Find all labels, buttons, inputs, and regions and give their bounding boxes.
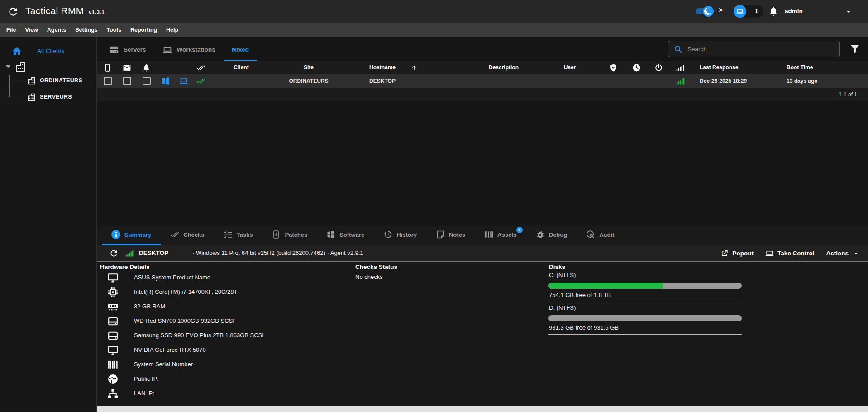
checks-status-column-icon[interactable] xyxy=(196,63,205,72)
filter-icon[interactable] xyxy=(849,43,860,54)
menu-help[interactable]: Help xyxy=(162,23,183,37)
agent-refresh-icon[interactable] xyxy=(109,249,119,258)
search-input[interactable] xyxy=(687,42,837,56)
tab-software[interactable]: Software xyxy=(317,225,374,245)
tab-label: Servers xyxy=(124,46,146,53)
menu-settings[interactable]: Settings xyxy=(71,23,102,37)
refresh-icon[interactable] xyxy=(7,6,19,18)
disk-icon xyxy=(107,330,119,341)
cell-site: ORDINATEURS xyxy=(281,74,336,88)
app-version: v1.3.1 xyxy=(89,10,105,15)
tab-workstations[interactable]: Workstations xyxy=(154,39,224,61)
menu-tools[interactable]: Tools xyxy=(102,23,126,37)
pagination-label: 1-1 of 1 xyxy=(839,91,857,98)
devices-icon-circle xyxy=(734,5,746,18)
hardware-value: Intel(R) Core(TM) i7-14700KF, 20C/28T xyxy=(134,288,237,295)
notifications-bell-icon[interactable] xyxy=(768,6,779,17)
ram-icon xyxy=(107,301,119,312)
take-control-button[interactable]: Take Control xyxy=(765,249,815,258)
menu-reporting[interactable]: Reporting xyxy=(126,23,162,37)
user-menu[interactable]: admin xyxy=(785,8,803,14)
menu-file[interactable]: File xyxy=(2,23,21,37)
user-menu-caret-icon[interactable] xyxy=(844,8,853,16)
column-header-boot-time[interactable]: Boot Time xyxy=(787,61,813,74)
hardware-value: Samsung SSD 990 EVO Plus 2TB 1,863GB SCS… xyxy=(134,332,264,339)
column-header-user[interactable]: User xyxy=(543,61,597,74)
cell-boot-time: 13 days ago xyxy=(787,74,818,88)
sort-ascending-icon[interactable] xyxy=(411,64,418,71)
agent-detail-panel: Summary Checks Tasks Patches Software Hi… xyxy=(97,225,868,412)
column-header-client[interactable]: Client xyxy=(214,61,268,74)
terminal-icon[interactable]: >_ xyxy=(719,7,728,14)
tab-notes[interactable]: Notes xyxy=(426,225,475,245)
actions-dropdown-button[interactable]: Actions xyxy=(826,249,860,257)
hardware-row: NVIDIA GeForce RTX 5070 xyxy=(100,343,344,357)
checks-passing-icon xyxy=(196,77,205,86)
menu-agents[interactable]: Agents xyxy=(43,23,71,37)
horizontal-scrollbar[interactable] xyxy=(97,406,868,412)
assets-badge: 1 xyxy=(516,227,523,233)
column-header-hostname[interactable]: Hostname xyxy=(355,61,410,74)
sms-alert-column-icon[interactable] xyxy=(103,63,112,72)
search-icon xyxy=(674,45,682,53)
dark-mode-toggle[interactable] xyxy=(696,8,712,14)
take-control-laptop-icon xyxy=(765,249,774,258)
hardware-row: System Serial Number xyxy=(100,357,344,372)
connected-devices-button[interactable]: 1 xyxy=(734,5,763,18)
tab-servers[interactable]: Servers xyxy=(101,39,154,61)
disk-name: C: (NTFS) xyxy=(549,272,576,278)
agent-table-row[interactable]: ORDINATEURS DESKTOP Dec-26-2025 18:29 13… xyxy=(97,74,868,88)
agent-table-header: Client Site Hostname Description User La… xyxy=(97,61,868,74)
tab-patches[interactable]: Patches xyxy=(262,225,317,245)
button-label: Take Control xyxy=(777,250,815,257)
disk-free-label: 754.1 GB free of 1.8 TB xyxy=(549,292,611,298)
agent-online-signal-icon xyxy=(676,77,685,86)
tab-summary[interactable]: Summary xyxy=(102,225,161,245)
patches-column-icon[interactable] xyxy=(609,63,618,72)
pending-action-column-icon[interactable] xyxy=(632,63,641,72)
agent-online-signal-icon xyxy=(125,249,134,258)
column-header-last-response[interactable]: Last Response xyxy=(700,61,738,74)
agent-status-column-icon[interactable] xyxy=(676,63,685,72)
workstation-agent-icon xyxy=(179,77,188,86)
device-count: 1 xyxy=(755,8,758,14)
dark-mode-toggle-thumb xyxy=(703,6,714,17)
dashboard-alert-checkbox[interactable] xyxy=(143,77,151,85)
main-area: Servers Workstations Mixed Client Site H… xyxy=(97,37,868,412)
tab-debug[interactable]: Debug xyxy=(526,225,577,245)
search-box xyxy=(668,41,840,57)
menu-view[interactable]: View xyxy=(21,23,43,37)
sidebar-site-ordinateurs[interactable]: ORDINATEURS xyxy=(0,73,97,88)
disk-usage-fill xyxy=(548,283,663,289)
tab-checks[interactable]: Checks xyxy=(161,225,214,245)
detail-tabs: Summary Checks Tasks Patches Software Hi… xyxy=(97,225,868,245)
email-alert-checkbox[interactable] xyxy=(123,77,131,85)
audit-icon xyxy=(586,230,595,239)
sidebar-item-all-clients[interactable]: All Clients xyxy=(0,44,97,58)
tab-label: Software xyxy=(339,231,364,238)
site-label: ORDINATEURS xyxy=(40,77,82,84)
popout-icon xyxy=(720,249,729,258)
hardware-row: Public IP: xyxy=(100,372,344,386)
popout-button[interactable]: Popout xyxy=(720,249,754,258)
cell-hostname: DESKTOP xyxy=(355,74,410,88)
tab-history[interactable]: History xyxy=(374,225,426,245)
summary-content: Hardware Details ASUS System Product Nam… xyxy=(97,262,868,406)
tab-tasks[interactable]: Tasks xyxy=(214,225,262,245)
tree-expand-caret-icon[interactable] xyxy=(5,65,11,68)
tab-mixed[interactable]: Mixed xyxy=(224,39,257,61)
email-alert-column-icon[interactable] xyxy=(123,63,131,72)
sms-alert-checkbox[interactable] xyxy=(104,77,112,85)
sidebar-site-serveurs[interactable]: SERVEURS xyxy=(0,90,97,104)
tab-assets[interactable]: Assets 1 xyxy=(475,225,526,245)
column-header-description[interactable]: Description xyxy=(477,61,531,74)
reboot-column-icon[interactable] xyxy=(654,63,663,72)
client-tree-root[interactable] xyxy=(0,60,97,74)
hardware-value: ASUS System Product Name xyxy=(134,274,210,281)
history-icon xyxy=(383,230,392,239)
app-title: Tactical RMM xyxy=(25,5,84,16)
column-header-site[interactable]: Site xyxy=(281,61,336,74)
tab-audit[interactable]: Audit xyxy=(577,225,624,245)
disk-name: D: (NTFS) xyxy=(549,304,576,311)
dashboard-alert-column-icon[interactable] xyxy=(142,63,151,72)
